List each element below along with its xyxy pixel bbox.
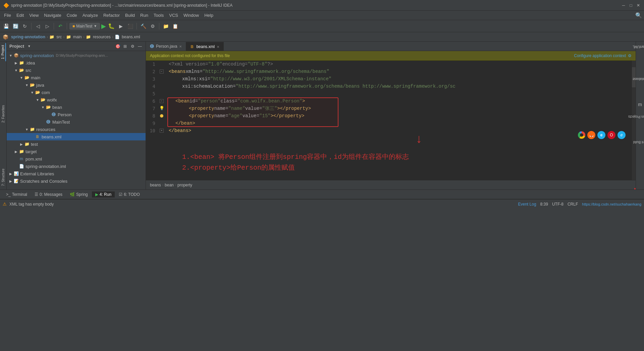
- breadcrumb-resources[interactable]: resources: [93, 35, 111, 39]
- breadcrumb-src[interactable]: src: [56, 35, 62, 39]
- debug-button[interactable]: 🐛: [107, 22, 115, 30]
- tree-item-maintest[interactable]: ▶ 🅒 MainTest: [7, 118, 146, 126]
- tree-item-com[interactable]: ▼ 📂 com: [7, 89, 146, 96]
- breadcrumb-project[interactable]: spring-annotation: [11, 35, 45, 39]
- bc-property[interactable]: property: [177, 183, 192, 187]
- bulb-icon[interactable]: 💡: [159, 105, 164, 112]
- gutter-8: [158, 112, 165, 120]
- encoding-indicator[interactable]: UTF-8: [552, 202, 564, 207]
- bottom-tab-spring[interactable]: 🌿 Spring: [66, 191, 91, 198]
- left-tab-favorites[interactable]: 2: Favorites: [1, 103, 6, 125]
- search-everywhere-button[interactable]: 🔍: [635, 11, 643, 19]
- tree-item-src[interactable]: ▼ 📂 src: [7, 67, 146, 74]
- sidebar-hide-button[interactable]: —: [137, 43, 143, 49]
- tree-item-test[interactable]: ▶ 📁 test: [7, 140, 146, 148]
- tree-item-external-libs[interactable]: ▶ 📊 External Libraries: [7, 170, 146, 177]
- minimize-button[interactable]: ─: [621, 3, 626, 8]
- event-log-button[interactable]: Event Log: [518, 202, 536, 207]
- bottom-tab-todo[interactable]: ☑ 6: TODO: [115, 191, 143, 198]
- history-button[interactable]: 📋: [171, 22, 179, 30]
- menu-build[interactable]: Build: [122, 12, 138, 19]
- tree-item-pomxml[interactable]: ▶ m pom.xml: [7, 155, 146, 163]
- tree-item-spring-annotation[interactable]: ▼ 📦 spring-annotation D:\MyStudyProject\…: [7, 52, 146, 59]
- right-tab-m[interactable]: m: [636, 101, 644, 108]
- tab-beans-xml[interactable]: 🗎 beans.xml ✕: [186, 42, 224, 51]
- fold-icon[interactable]: −: [160, 70, 164, 74]
- configure-label: Configure application context: [574, 53, 626, 58]
- menu-file[interactable]: File: [1, 12, 14, 19]
- status-left: ⚠ XML tag has empty body: [3, 202, 513, 207]
- right-tab-database[interactable]: Database: [636, 75, 644, 83]
- menu-tools[interactable]: Tools: [151, 12, 166, 19]
- settings-button[interactable]: ⚙: [149, 22, 157, 30]
- tree-item-main[interactable]: ▼ 📂 main: [7, 74, 146, 81]
- save-button[interactable]: 💾: [2, 22, 10, 30]
- right-tab-maven[interactable]: Maven Projects: [636, 113, 644, 120]
- left-tab-project[interactable]: 1: Project: [0, 43, 6, 61]
- menu-view[interactable]: View: [26, 12, 41, 19]
- right-tab-plantuml[interactable]: PlantUML: [636, 43, 644, 50]
- close-button[interactable]: ✕: [636, 3, 641, 8]
- tree-item-idea[interactable]: ▶ 📁 .idea: [7, 59, 146, 67]
- breadcrumb-beansxml[interactable]: beans.xml: [122, 35, 140, 39]
- bc-beans[interactable]: beans: [150, 183, 161, 187]
- stop-button[interactable]: ⬛: [126, 22, 134, 30]
- xml-icon: 🗎: [190, 44, 194, 49]
- tree-label: wolfx: [47, 97, 57, 102]
- tab-person-java[interactable]: 🅒 Person.java ✕: [146, 42, 186, 51]
- fold-icon[interactable]: +: [160, 129, 164, 133]
- menu-code[interactable]: Code: [64, 12, 80, 19]
- refresh-button[interactable]: ↻: [21, 22, 29, 30]
- line-num-10: 10: [146, 127, 158, 134]
- annotation-text: 1.<bean> 将Person组件注册到spring容器中，id为组件在容器中…: [169, 145, 629, 180]
- tree-item-java[interactable]: ▼ 📂 java: [7, 81, 146, 89]
- tree-item-resources[interactable]: ▼ 📁 resources: [7, 126, 146, 133]
- right-tab-ant[interactable]: Ant Build: [636, 138, 644, 146]
- fold-icon[interactable]: −: [160, 99, 164, 103]
- bc-bean[interactable]: bean: [165, 183, 174, 187]
- menu-refactor[interactable]: Refactor: [101, 12, 122, 19]
- tree-label: com: [42, 90, 50, 95]
- sidebar-settings-button[interactable]: ⚙: [129, 43, 136, 49]
- tree-item-person[interactable]: ▶ 🅒 Person: [7, 111, 146, 118]
- vcs-button[interactable]: 📁: [162, 22, 170, 30]
- breadcrumb-main[interactable]: main: [73, 35, 82, 39]
- tab-close-button[interactable]: ✕: [217, 45, 219, 49]
- code-editor[interactable]: 🦊 e O e 1: [146, 60, 636, 189]
- menu-help[interactable]: Help: [202, 12, 216, 19]
- undo-button[interactable]: ↶: [56, 22, 64, 30]
- coverage-button[interactable]: ▶: [117, 22, 125, 30]
- tree-item-target[interactable]: ▶ 📁 target: [7, 148, 146, 155]
- tab-close-button[interactable]: ✕: [179, 45, 182, 48]
- run-button[interactable]: ▶: [101, 23, 106, 30]
- menu-analyze[interactable]: Analyze: [80, 12, 101, 19]
- configure-context-button[interactable]: Configure application context ⚙: [574, 53, 632, 58]
- tree-item-iml[interactable]: ▶ 📄 spring-annotation.iml: [7, 163, 146, 170]
- folder-icon: 📁: [19, 60, 24, 65]
- collapse-all-button[interactable]: ⊞: [122, 43, 128, 49]
- tree-item-scratches[interactable]: ▶ 📝 Scratches and Consoles: [7, 177, 146, 185]
- bottom-tab-terminal[interactable]: >_ Terminal: [3, 191, 31, 198]
- locate-file-button[interactable]: 🎯: [115, 43, 121, 49]
- tree-arrow: ▶: [13, 60, 19, 65]
- menu-window[interactable]: Window: [181, 12, 202, 19]
- menu-run[interactable]: Run: [138, 12, 151, 19]
- folder-open-icon: 📂: [19, 68, 24, 73]
- menu-edit[interactable]: Edit: [14, 12, 26, 19]
- menu-navigate[interactable]: Navigate: [41, 12, 64, 19]
- bottom-tab-messages[interactable]: ☰ 0: Messages: [31, 191, 66, 198]
- maximize-button[interactable]: □: [629, 3, 633, 8]
- line-sep-indicator[interactable]: CRLF: [568, 202, 578, 207]
- left-tab-structure[interactable]: 7: Structure: [1, 167, 6, 188]
- tree-item-wolfx[interactable]: ▼ 📂 wolfx: [7, 96, 146, 103]
- forward-button[interactable]: ▷: [43, 22, 51, 30]
- menu-vcs[interactable]: VCS: [166, 12, 181, 19]
- run-configuration[interactable]: ■ MainTest ▼: [69, 23, 100, 30]
- tree-item-bean-folder[interactable]: ▼ 📂 bean: [7, 103, 146, 111]
- sync-button[interactable]: 🔄: [11, 22, 19, 30]
- back-button[interactable]: ◁: [34, 22, 42, 30]
- tree-item-beansxml[interactable]: ▶ 🗎 beans.xml: [7, 133, 146, 140]
- warning-banner: Application context not configured for t…: [146, 51, 636, 60]
- build-button[interactable]: 🔨: [139, 22, 147, 30]
- bottom-tab-run[interactable]: ▶ 4: Run: [92, 191, 115, 198]
